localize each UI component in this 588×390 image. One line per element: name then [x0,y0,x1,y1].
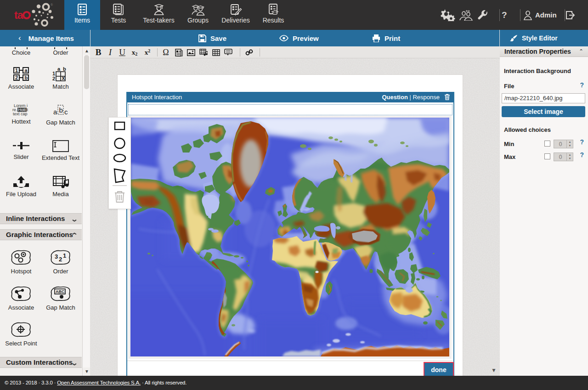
svg-text:b: b [25,75,28,80]
svg-text:2: 2 [15,75,18,80]
svg-text:x: x [62,75,65,81]
svg-text:®: ® [51,3,53,6]
svg-text:a: a [25,68,28,73]
svg-text:text cap: text cap [13,112,28,116]
svg-text:3: 3 [55,253,58,260]
svg-text:2: 2 [59,256,62,263]
svg-text:b: b [59,106,63,114]
svg-text:b: b [63,67,66,72]
svg-text:1: 1 [63,252,66,259]
svg-text:ta: ta [14,9,23,21]
svg-text:2: 2 [52,76,55,81]
svg-text:c: c [64,108,68,116]
svg-text:a: a [53,108,57,116]
svg-text:a: a [57,67,61,72]
svg-text:ABC: ABC [56,289,65,294]
svg-text:1: 1 [15,68,18,73]
